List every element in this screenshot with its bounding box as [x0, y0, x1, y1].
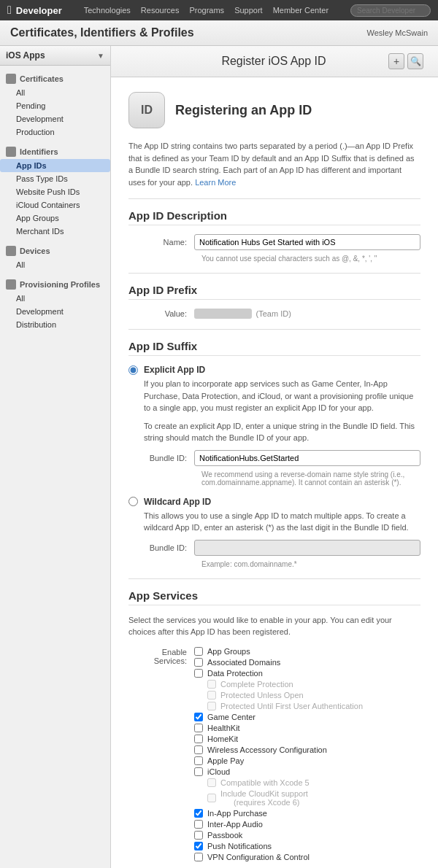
chevron-down-icon: ▼: [97, 52, 104, 60]
register-title: Registering an App ID: [175, 103, 312, 118]
sidebar-item-website-push-ids[interactable]: Website Push IDs: [0, 185, 110, 198]
nav-support[interactable]: Support: [234, 6, 263, 15]
vpn-checkbox[interactable]: [194, 853, 203, 861]
bundle-id-input[interactable]: [194, 450, 420, 466]
nav-links: Technologies Resources Programs Support …: [84, 6, 328, 15]
complete-protection-checkbox: [207, 680, 216, 689]
dropdown-label: iOS Apps: [6, 50, 45, 61]
protected-first-auth-label: Protected Until First User Authenticatio…: [220, 702, 363, 710]
sidebar-item-icloud-containers[interactable]: iCloud Containers: [0, 198, 110, 212]
services-grid: Enable Services: App Groups Associated D…: [128, 647, 420, 864]
wildcard-bundle-input[interactable]: [194, 540, 420, 556]
main-layout: iOS Apps ▼ Certificates All Pending Deve…: [0, 46, 438, 868]
content-header: Register iOS App ID + 🔍: [111, 46, 438, 77]
sidebar-item-app-groups[interactable]: App Groups: [0, 212, 110, 225]
provisioning-section: Provisioning Profiles All Development Di…: [0, 277, 110, 331]
sidebar: iOS Apps ▼ Certificates All Pending Deve…: [0, 46, 111, 868]
description-title: App ID Description: [128, 209, 420, 225]
sidebar-item-pass-type-ids[interactable]: Pass Type IDs: [0, 172, 110, 185]
service-inter-app-audio: Inter-App Audio: [194, 820, 420, 829]
xcode5-label: Compatible with Xcode 5: [220, 778, 310, 787]
devices-section: Devices All: [0, 244, 110, 271]
associated-domains-checkbox[interactable]: [194, 658, 203, 667]
service-game-center: Game Center: [194, 713, 420, 721]
service-complete-protection: Complete Protection: [207, 680, 420, 689]
certificates-label: Certificates: [20, 74, 64, 83]
service-cloudkit: Include CloudKit support(requires Xcode …: [207, 789, 420, 807]
homekit-checkbox[interactable]: [194, 735, 203, 743]
add-button[interactable]: +: [388, 53, 404, 69]
game-center-checkbox[interactable]: [194, 713, 203, 721]
learn-more-link[interactable]: Learn More: [195, 178, 236, 187]
user-name[interactable]: Wesley McSwain: [366, 28, 428, 37]
protected-unless-open-label: Protected Unless Open: [220, 691, 304, 700]
devices-label: Devices: [20, 247, 50, 255]
service-apple-pay: Apple Pay: [194, 756, 420, 765]
sidebar-item-merchant-ids[interactable]: Merchant IDs: [0, 225, 110, 238]
passbook-label: Passbook: [207, 831, 242, 840]
cloudkit-label: Include CloudKit support(requires Xcode …: [220, 789, 308, 807]
profile-icon: [6, 279, 16, 290]
nav-member-center[interactable]: Member Center: [273, 6, 328, 15]
apple-pay-checkbox[interactable]: [194, 756, 203, 765]
homekit-label: HomeKit: [207, 735, 238, 743]
in-app-purchase-checkbox[interactable]: [194, 809, 203, 818]
logo-text: Developer: [16, 5, 62, 16]
sidebar-item-cert-production[interactable]: Production: [0, 125, 110, 139]
sidebar-item-cert-all[interactable]: All: [0, 86, 110, 99]
certificates-section: Certificates All Pending Development Pro…: [0, 71, 110, 139]
inter-app-audio-label: Inter-App Audio: [207, 820, 263, 829]
name-label: Name:: [128, 238, 194, 247]
explicit-radio[interactable]: [128, 365, 138, 375]
wildcard-label: Wildcard App ID: [144, 497, 211, 507]
service-wireless-accessory: Wireless Accessory Configuration: [194, 745, 420, 754]
app-services: App Services Select the services you wou…: [128, 589, 420, 864]
services-desc: Select the services you would like to en…: [128, 614, 420, 638]
push-notifications-checkbox[interactable]: [194, 842, 203, 850]
sidebar-item-cert-pending[interactable]: Pending: [0, 99, 110, 112]
app-name-input[interactable]: [194, 234, 420, 250]
prefix-row: Value: (Team ID): [128, 309, 420, 319]
sidebar-item-cert-development[interactable]: Development: [0, 112, 110, 125]
sidebar-item-app-ids[interactable]: App IDs: [0, 159, 110, 172]
icloud-checkbox[interactable]: [194, 767, 203, 776]
inter-app-audio-checkbox[interactable]: [194, 820, 203, 829]
prefix-value: [194, 309, 252, 319]
name-row: Name:: [128, 234, 420, 250]
sidebar-item-prov-development[interactable]: Development: [0, 305, 110, 318]
data-protection-checkbox[interactable]: [194, 669, 203, 678]
app-groups-label: App Groups: [207, 647, 250, 656]
services-title: App Services: [128, 589, 420, 605]
nav-resources[interactable]: Resources: [141, 6, 180, 15]
wireless-accessory-checkbox[interactable]: [194, 745, 203, 754]
service-healthkit: HealthKit: [194, 724, 420, 732]
cloudkit-checkbox: [207, 794, 216, 802]
passbook-checkbox[interactable]: [194, 831, 203, 840]
sidebar-item-devices-all[interactable]: All: [0, 258, 110, 271]
service-app-groups: App Groups: [194, 647, 420, 656]
wildcard-example: Example: com.domainname.*: [201, 560, 420, 568]
sidebar-item-prov-all[interactable]: All: [0, 292, 110, 305]
register-header: ID Registering an App ID: [128, 92, 420, 128]
protected-first-auth-checkbox: [207, 702, 216, 710]
service-push-notifications: Push Notifications: [194, 842, 420, 850]
app-groups-checkbox[interactable]: [194, 647, 203, 656]
register-info: The App ID string contains two parts sep…: [128, 140, 420, 188]
provisioning-header: Provisioning Profiles: [0, 277, 110, 292]
explicit-desc1: If you plan to incorporate app services …: [144, 378, 420, 414]
nav-technologies[interactable]: Technologies: [84, 6, 131, 15]
sidebar-item-prov-distribution[interactable]: Distribution: [0, 318, 110, 331]
wildcard-radio[interactable]: [128, 497, 138, 506]
device-icon: [6, 246, 16, 256]
header-actions: + 🔍: [388, 53, 423, 69]
prefix-title: App ID Prefix: [128, 284, 420, 300]
app-id-description: App ID Description Name: You cannot use …: [128, 209, 420, 263]
nav-programs[interactable]: Programs: [189, 6, 224, 15]
search-input[interactable]: [350, 4, 431, 17]
ios-apps-dropdown[interactable]: iOS Apps ▼: [0, 46, 110, 66]
search-button[interactable]: 🔍: [407, 53, 423, 69]
provisioning-label: Provisioning Profiles: [20, 280, 100, 289]
wildcard-bundle-label: Bundle ID:: [128, 543, 194, 552]
healthkit-checkbox[interactable]: [194, 724, 203, 732]
team-id-label: (Team ID): [256, 309, 291, 318]
